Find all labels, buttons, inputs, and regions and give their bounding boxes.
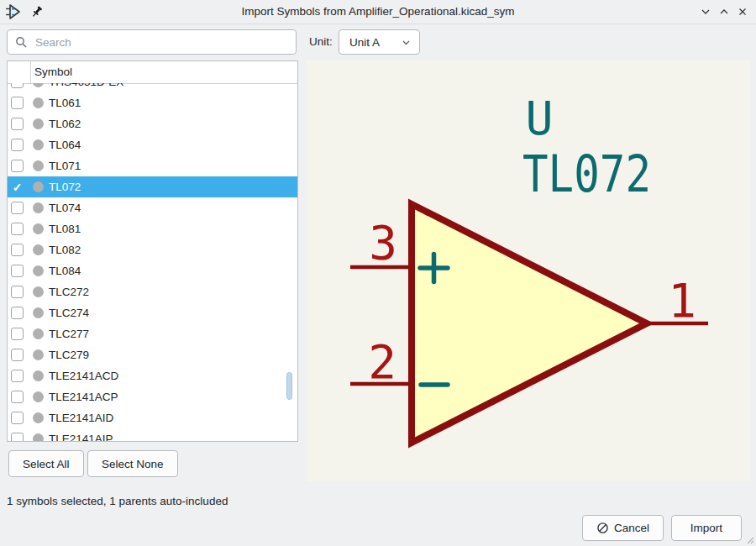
checkbox[interactable] bbox=[11, 391, 24, 403]
shade-icon[interactable] bbox=[699, 5, 712, 18]
maximize-icon[interactable] bbox=[717, 5, 731, 18]
checkbox[interactable] bbox=[11, 139, 24, 151]
import-label: Import bbox=[690, 522, 722, 534]
status-text: 1 symbols selected, 1 parents auto-inclu… bbox=[7, 495, 228, 507]
symbol-rows: THS4631D-EX TL061 TL062 TL064 TL071 ✓ TL… bbox=[8, 83, 297, 441]
pin-2-number: 2 bbox=[368, 334, 396, 389]
checkbox[interactable] bbox=[11, 307, 24, 319]
symbol-icon bbox=[33, 223, 44, 234]
checkbox[interactable] bbox=[11, 286, 24, 298]
unit-selected-value: Unit A bbox=[349, 36, 380, 49]
list-item[interactable]: TLC274 bbox=[8, 302, 297, 323]
symbol-icon bbox=[33, 433, 44, 441]
symbol-icon bbox=[33, 97, 44, 108]
pin-1-number: 1 bbox=[668, 273, 696, 328]
list-item-selected[interactable]: ✓ TL072 bbox=[8, 176, 297, 197]
unit-label: Unit: bbox=[309, 35, 333, 48]
symbol-icon bbox=[33, 244, 44, 255]
checkbox[interactable] bbox=[11, 97, 24, 109]
symbol-icon bbox=[33, 181, 44, 192]
symbol-list: Symbol THS4631D-EX TL061 TL062 TL064 TL0… bbox=[7, 60, 298, 442]
checkbox[interactable] bbox=[11, 370, 24, 382]
symbol-icon bbox=[33, 391, 44, 402]
symbol-icon bbox=[33, 83, 44, 87]
column-separator bbox=[30, 61, 31, 83]
list-item[interactable]: TL082 bbox=[8, 239, 297, 260]
symbol-icon bbox=[33, 118, 44, 129]
list-item[interactable]: TL081 bbox=[8, 218, 297, 239]
symbol-icon bbox=[33, 202, 44, 213]
list-item[interactable]: TLE2141ACP bbox=[8, 386, 297, 407]
checkbox[interactable] bbox=[11, 223, 24, 235]
list-item[interactable]: TL064 bbox=[8, 134, 297, 155]
select-all-button[interactable]: Select All bbox=[8, 450, 84, 477]
unit-select[interactable]: Unit A bbox=[339, 29, 420, 55]
checkbox[interactable] bbox=[11, 433, 24, 441]
checkbox[interactable] bbox=[11, 83, 24, 88]
checkbox[interactable] bbox=[11, 160, 24, 172]
list-item[interactable]: TL062 bbox=[8, 113, 297, 134]
import-button[interactable]: Import bbox=[671, 515, 742, 541]
chevron-down-icon bbox=[401, 37, 412, 48]
symbol-icon bbox=[33, 412, 44, 423]
cancel-prohibition-icon bbox=[596, 522, 609, 534]
checkbox[interactable] bbox=[11, 118, 24, 130]
symbol-icon bbox=[33, 349, 44, 360]
scrollbar-thumb[interactable] bbox=[286, 372, 292, 400]
cancel-button[interactable]: Cancel bbox=[582, 515, 664, 541]
list-item[interactable]: TLE2141ACD bbox=[8, 365, 297, 386]
symbol-icon bbox=[33, 370, 44, 381]
symbol-icon bbox=[33, 286, 44, 297]
list-item[interactable]: THS4631D-EX bbox=[8, 83, 297, 92]
opamp-triangle bbox=[412, 204, 647, 443]
symbol-list-header[interactable]: Symbol bbox=[8, 61, 297, 84]
symbol-icon bbox=[33, 265, 44, 276]
symbol-column-header: Symbol bbox=[34, 61, 72, 83]
reference-text: U bbox=[525, 92, 553, 145]
window-title: Import Symbols from Amplifier_Operationa… bbox=[0, 0, 756, 24]
checkbox[interactable] bbox=[11, 328, 24, 340]
search-icon bbox=[15, 36, 28, 49]
symbol-icon bbox=[33, 160, 44, 171]
titlebar: Import Symbols from Amplifier_Operationa… bbox=[0, 0, 756, 24]
symbol-icon bbox=[33, 307, 44, 318]
symbol-icon bbox=[33, 328, 44, 339]
list-item[interactable]: TL074 bbox=[8, 197, 297, 218]
list-item[interactable]: TL084 bbox=[8, 260, 297, 281]
search-box[interactable] bbox=[7, 29, 297, 55]
symbol-icon bbox=[33, 139, 44, 150]
opamp-schematic: U TL072 3 2 1 bbox=[307, 60, 750, 481]
value-text: TL072 bbox=[522, 144, 651, 203]
checkbox[interactable] bbox=[11, 244, 24, 256]
list-item[interactable]: TLC277 bbox=[8, 323, 297, 344]
checkbox[interactable] bbox=[11, 265, 24, 277]
checkbox[interactable] bbox=[11, 202, 24, 214]
pin-3-number: 3 bbox=[369, 215, 397, 270]
checkbox[interactable] bbox=[11, 412, 24, 424]
symbol-preview: U TL072 3 2 1 bbox=[307, 60, 750, 481]
select-none-button[interactable]: Select None bbox=[87, 450, 178, 477]
list-item[interactable]: TL061 bbox=[8, 92, 297, 113]
cancel-label: Cancel bbox=[614, 522, 649, 534]
list-item[interactable]: TLC272 bbox=[8, 281, 297, 302]
search-input[interactable] bbox=[34, 35, 281, 50]
list-item[interactable]: TLE2141AID bbox=[8, 407, 297, 428]
checkbox-checked[interactable]: ✓ bbox=[11, 181, 24, 193]
checkbox[interactable] bbox=[11, 349, 24, 361]
close-icon[interactable] bbox=[736, 5, 749, 18]
list-item[interactable]: TL071 bbox=[8, 155, 297, 176]
list-item[interactable]: TLE2141AIP bbox=[8, 428, 297, 441]
resize-grip[interactable] bbox=[744, 534, 754, 544]
list-item[interactable]: TLC279 bbox=[8, 344, 297, 365]
